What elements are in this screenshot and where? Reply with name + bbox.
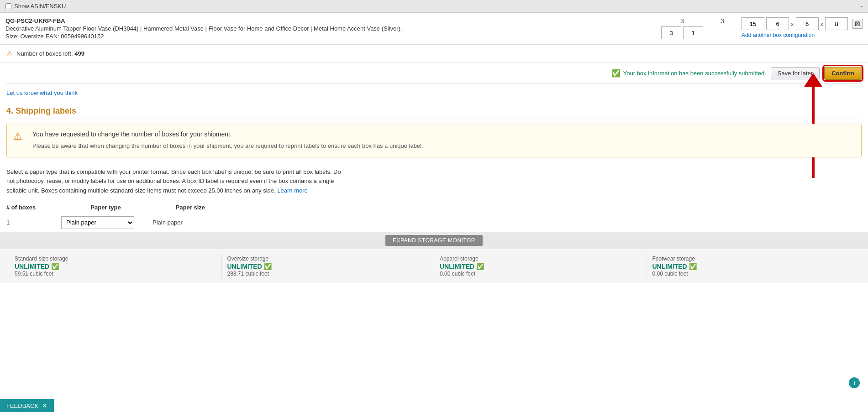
storage-label-standard: Standard-size storage (15, 256, 216, 262)
storage-check-oversize: ✅ (264, 263, 272, 270)
storage-check-standard: ✅ (51, 263, 59, 270)
qty-total-value: 3 (680, 17, 684, 25)
qty-input-2[interactable] (683, 26, 703, 39)
warning-boxes-count: 499 (74, 50, 84, 57)
storage-value-oversize: UNLIMITED ✅ (227, 263, 429, 270)
warning-boxes-bar: ⚠ Number of boxes left: 499 (0, 45, 868, 63)
paper-size-text: Plain paper (153, 219, 183, 226)
storage-check-apparel: ✅ (476, 263, 484, 270)
section-number-text: 4. Shipping labels (6, 106, 76, 115)
storage-label-oversize: Oversize storage (227, 256, 429, 262)
storage-item-standard: Standard-size storage UNLIMITED ✅ 59.51 … (9, 254, 222, 279)
dash-separator: - (861, 3, 863, 10)
storage-unlimited-standard: UNLIMITED (15, 263, 49, 270)
dim-h-input[interactable] (825, 17, 848, 30)
top-bar: Show ASIN/FNSKU - (0, 0, 868, 13)
storage-check-footwear: ✅ (689, 263, 697, 270)
storage-unlimited-footwear: UNLIMITED (652, 263, 687, 270)
save-later-button[interactable]: Save for later (771, 67, 820, 79)
storage-item-footwear: Footwear storage UNLIMITED ✅ 0.00 cubic … (647, 254, 859, 279)
storage-unlimited-oversize: UNLIMITED (227, 263, 262, 270)
qty-inputs (661, 26, 703, 39)
paper-type-select[interactable]: Plain paper Thermal paper (61, 216, 134, 229)
qty-section: 3 (661, 17, 703, 39)
storage-bar: Standard-size storage UNLIMITED ✅ 59.51 … (0, 249, 868, 283)
storage-cubic-footwear: 0.00 cubic feet (652, 271, 854, 277)
storage-value-apparel: UNLIMITED ✅ (440, 263, 641, 270)
warning-box-body: Please be aware that when changing the n… (32, 141, 855, 151)
action-bar: ✅ Your box information has been successf… (0, 63, 868, 83)
col-boxes-header: # of boxes (6, 204, 36, 211)
expand-bar: EXPAND STORAGE MONITOR (0, 232, 868, 249)
boxes-section: 3 (709, 17, 736, 26)
col-paper-size-header: Paper size (176, 204, 205, 211)
remove-dim-button[interactable]: ☒ (852, 19, 863, 29)
storage-cubic-oversize: 283.71 cubic feet (227, 271, 429, 277)
storage-item-apparel: Apparel storage UNLIMITED ✅ 0.00 cubic f… (434, 254, 647, 279)
show-asin-checkbox[interactable] (5, 3, 11, 9)
warning-triangle-icon: ⚠ (13, 130, 22, 142)
success-text: Your box information has been successful… (623, 70, 766, 77)
feedback-link[interactable]: Let us know what you think (0, 84, 868, 102)
add-config-link[interactable]: Add another box configuration (742, 32, 815, 38)
boxes-value: 3 (721, 17, 724, 25)
dims-row: x x ☒ (742, 17, 863, 30)
show-asin-label: Show ASIN/FNSKU (14, 3, 66, 10)
storage-value-standard: UNLIMITED ✅ (15, 263, 216, 270)
dim-weight-input[interactable] (742, 17, 764, 30)
warning-box: ⚠ You have requested to change the numbe… (6, 124, 862, 157)
product-name: Decorative Aluminum Tapper Floor Vase (D… (5, 25, 656, 32)
dim-x-2: x (821, 21, 824, 27)
storage-cubic-standard: 59.51 cubic feet (15, 271, 216, 277)
warning-boxes-text: Number of boxes left: 499 (16, 50, 84, 57)
expand-storage-button[interactable]: EXPAND STORAGE MONITOR (385, 235, 483, 246)
storage-unlimited-apparel: UNLIMITED (440, 263, 474, 270)
shipping-section-title: 4. Shipping labels (0, 102, 868, 119)
product-sku: QG-PSC2-UKRP-FBA (5, 17, 656, 24)
warning-box-title: You have requested to change the number … (32, 130, 855, 138)
dim-x-1: x (791, 21, 794, 27)
qty-input-1[interactable] (661, 26, 681, 39)
confirm-button[interactable]: Confirm (824, 67, 862, 80)
storage-value-footwear: UNLIMITED ✅ (652, 263, 854, 270)
storage-label-apparel: Apparel storage (440, 256, 641, 262)
dim-w-input[interactable] (796, 17, 819, 30)
storage-label-footwear: Footwear storage (652, 256, 854, 262)
labels-table-header: # of boxes Paper type Paper size (0, 201, 868, 214)
product-info: QG-PSC2-UKRP-FBA Decorative Aluminum Tap… (5, 17, 656, 40)
divider-2 (6, 119, 862, 119)
success-icon: ✅ (611, 69, 621, 78)
product-row: QG-PSC2-UKRP-FBA Decorative Aluminum Tap… (0, 13, 868, 45)
dims-section: x x ☒ Add another box configuration (742, 17, 863, 38)
warning-icon-small: ⚠ (6, 49, 13, 58)
success-message: ✅ Your box information has been successf… (611, 69, 766, 78)
info-paragraph: Select a paper type that is compatible w… (0, 162, 356, 201)
labels-num: 1 (6, 219, 52, 226)
col-paper-type-header: Paper type (90, 204, 121, 211)
dim-l-input[interactable] (766, 17, 789, 30)
learn-more-link[interactable]: Learn more (277, 187, 307, 194)
storage-cubic-apparel: 0.00 cubic feet (440, 271, 641, 277)
labels-table-row: 1 Plain paper Thermal paper Plain paper (0, 214, 868, 232)
product-size: Size: Oversize EAN: 0659499640152 (5, 33, 656, 40)
storage-item-oversize: Oversize storage UNLIMITED ✅ 283.71 cubi… (222, 254, 435, 279)
